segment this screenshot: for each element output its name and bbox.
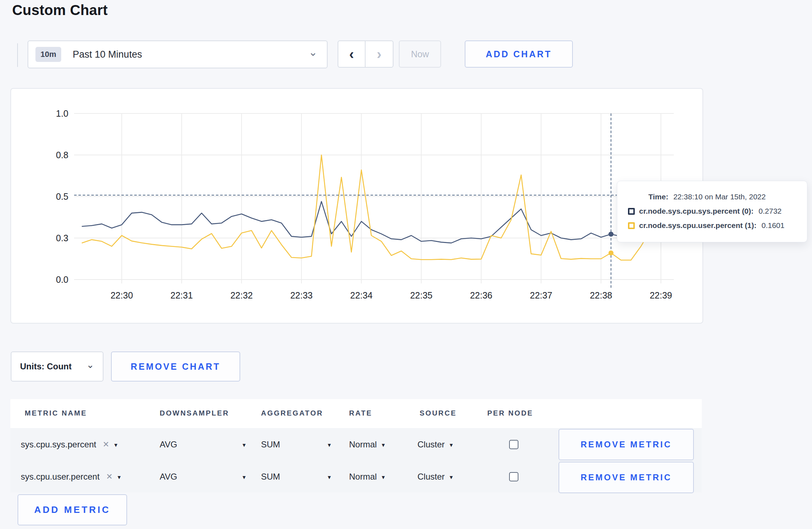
user-series-swatch-icon (628, 222, 635, 229)
tooltip-time-row: Time: 22:38:10 on Mar 15th, 2022 (628, 190, 807, 204)
source-dropdown[interactable]: Cluster ▾ (417, 461, 453, 492)
y-axis-tick-label: 0.8 (56, 150, 68, 160)
metric-name-value: sys.cpu.user.percent (21, 472, 100, 482)
header-rate: RATE (349, 409, 372, 417)
rate-dropdown[interactable]: Normal ▾ (349, 428, 385, 461)
add-metric-button[interactable]: ADD METRIC (18, 494, 127, 525)
caret-down-icon: ▾ (450, 474, 453, 481)
chart-tooltip: Time: 22:38:10 on Mar 15th, 2022 cr.node… (617, 181, 807, 242)
header-downsampler: DOWNSAMPLER (160, 409, 229, 417)
chevron-right-icon: › (377, 46, 381, 62)
tooltip-sys-row: cr.node.sys.cpu.sys.percent (0): 0.2732 (628, 204, 807, 218)
timeseries-chart[interactable]: 0.00.30.50.81.022:3022:3122:3222:3322:34… (11, 89, 704, 324)
per-node-checkbox[interactable] (509, 472, 518, 481)
metrics-table-header: METRIC NAME DOWNSAMPLER AGGREGATOR RATE … (10, 399, 702, 428)
metric-name-dropdown[interactable]: sys.cpu.sys.percent ✕ ▾ (21, 428, 117, 461)
caret-down-icon: ▾ (328, 474, 331, 481)
tooltip-user-label: cr.node.sys.cpu.user.percent (1): (639, 221, 757, 230)
aggregator-value: SUM (261, 472, 280, 482)
y-axis-tick-label: 0.0 (56, 275, 68, 285)
rate-value: Normal (349, 440, 377, 450)
tooltip-sys-label: cr.node.sys.cpu.sys.percent (0): (639, 207, 754, 215)
downsampler-value: AVG (160, 440, 177, 450)
tooltip-sys-value: 0.2732 (759, 207, 782, 215)
x-axis-tick-label: 22:32 (230, 290, 253, 300)
per-node-checkbox[interactable] (509, 440, 518, 449)
metrics-table-rows: sys.cpu.sys.percent ✕ ▾ AVG ▾ SUM ▾ Norm… (10, 428, 702, 492)
time-nav-group: ‹ › (338, 40, 393, 68)
source-value: Cluster (417, 472, 445, 482)
rate-dropdown[interactable]: Normal ▾ (349, 461, 385, 492)
close-icon[interactable]: ✕ (106, 472, 112, 481)
units-dropdown[interactable]: Units: Count ⌄ (11, 351, 103, 382)
rate-value: Normal (349, 472, 377, 482)
caret-down-icon: ▾ (114, 441, 117, 449)
y-axis-tick-label: 1.0 (56, 108, 68, 118)
metric-name-dropdown[interactable]: sys.cpu.user.percent ✕ ▾ (21, 461, 121, 492)
page-title: Custom Chart (12, 2, 108, 18)
header-aggregator: AGGREGATOR (261, 409, 323, 417)
tooltip-user-row: cr.node.sys.cpu.user.percent (1): 0.1601 (628, 218, 807, 233)
downsampler-dropdown[interactable]: AVG ▾ (160, 461, 246, 492)
now-button[interactable]: Now (399, 40, 441, 68)
x-axis-tick-label: 22:37 (530, 290, 552, 300)
series-line-sys (82, 202, 671, 243)
remove-metric-button[interactable]: REMOVE METRIC (559, 429, 694, 460)
time-window-dropdown[interactable]: 10m Past 10 Minutes ⌄ (28, 40, 328, 68)
tooltip-time-label: Time: (648, 193, 668, 201)
caret-down-icon: ▾ (450, 441, 453, 449)
series-line-user (82, 155, 671, 260)
source-dropdown[interactable]: Cluster ▾ (417, 428, 453, 461)
x-axis-tick-label: 22:31 (170, 290, 193, 300)
close-icon[interactable]: ✕ (103, 440, 109, 449)
sys-series-swatch-icon (628, 208, 635, 215)
caret-down-icon: ▾ (382, 474, 385, 481)
per-node-cell (509, 428, 518, 461)
header-per-node: PER NODE (487, 409, 533, 417)
x-axis-tick-label: 22:33 (290, 290, 313, 300)
toolbar-divider (17, 43, 18, 67)
hover-point-dot (609, 251, 614, 256)
units-label: Units: Count (20, 361, 72, 372)
x-axis-tick-label: 22:35 (410, 290, 432, 300)
aggregator-value: SUM (261, 440, 280, 450)
x-axis-tick-label: 22:36 (470, 290, 493, 300)
caret-down-icon: ▾ (328, 441, 331, 449)
x-axis-tick-label: 22:38 (590, 290, 612, 300)
x-axis-tick-label: 22:34 (350, 290, 373, 300)
tooltip-time-value: 22:38:10 on Mar 15th, 2022 (673, 193, 766, 201)
chevron-left-icon: ‹ (349, 46, 354, 62)
caret-down-icon: ▾ (242, 441, 246, 449)
metric-name-value: sys.cpu.sys.percent (21, 440, 96, 450)
time-back-button[interactable]: ‹ (338, 41, 366, 67)
x-axis-tick-label: 22:30 (111, 290, 133, 300)
caret-down-icon: ▾ (382, 441, 385, 449)
header-metric-name: METRIC NAME (25, 409, 87, 417)
hover-point-dot (609, 232, 614, 237)
y-axis-tick-label: 0.5 (56, 191, 68, 202)
add-chart-button[interactable]: ADD CHART (465, 40, 573, 68)
downsampler-dropdown[interactable]: AVG ▾ (160, 428, 246, 461)
source-value: Cluster (417, 440, 445, 450)
time-window-label: Past 10 Minutes (73, 49, 142, 60)
remove-metric-button[interactable]: REMOVE METRIC (559, 462, 694, 493)
x-axis-tick-label: 22:39 (650, 290, 672, 300)
caret-down-icon: ▾ (242, 474, 246, 481)
aggregator-dropdown[interactable]: SUM ▾ (261, 428, 331, 461)
per-node-cell (509, 461, 518, 492)
remove-chart-button[interactable]: REMOVE CHART (111, 351, 240, 382)
aggregator-dropdown[interactable]: SUM ▾ (261, 461, 331, 492)
y-axis-tick-label: 0.3 (56, 233, 68, 243)
header-source: SOURCE (420, 409, 457, 417)
downsampler-value: AVG (160, 472, 177, 482)
tooltip-user-value: 0.1601 (762, 221, 784, 230)
time-window-badge: 10m (35, 47, 61, 62)
caret-down-icon: ▾ (118, 474, 121, 481)
chart-card: 0.00.30.50.81.022:3022:3122:3222:3322:34… (10, 88, 703, 324)
time-forward-button[interactable]: › (366, 41, 393, 67)
